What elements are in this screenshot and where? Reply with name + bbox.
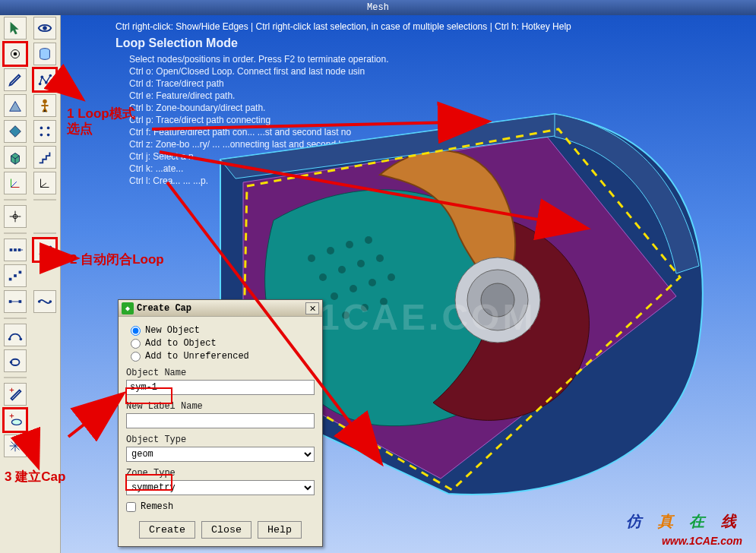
svg-point-16 bbox=[43, 26, 48, 30]
svg-point-39 bbox=[357, 260, 365, 267]
dialog-titlebar[interactable]: ◆ Create Cap ✕ bbox=[119, 300, 322, 317]
tool-block[interactable] bbox=[4, 146, 27, 169]
tool-curve-closed[interactable] bbox=[4, 349, 27, 372]
radio-add-to-unref[interactable]: Add to Unreferenced bbox=[131, 351, 315, 362]
tool-dots[interactable] bbox=[33, 120, 56, 143]
tool-human[interactable] bbox=[33, 94, 56, 117]
brand-char: 真 bbox=[658, 513, 679, 529]
svg-rect-4 bbox=[14, 248, 17, 251]
svg-point-15 bbox=[11, 419, 21, 425]
svg-point-37 bbox=[319, 273, 327, 281]
svg-point-31 bbox=[38, 300, 41, 303]
input-new-label[interactable] bbox=[126, 413, 315, 428]
svg-point-30 bbox=[49, 246, 52, 249]
svg-point-20 bbox=[45, 81, 48, 84]
svg-point-33 bbox=[308, 254, 315, 262]
footer-url: www.1CAE.com bbox=[662, 535, 742, 547]
create-cap-dialog: ◆ Create Cap ✕ New Object Add to Object … bbox=[118, 299, 323, 547]
svg-rect-5 bbox=[17, 248, 21, 251]
create-button[interactable]: Create bbox=[139, 521, 195, 539]
annotation-1: 1 Loop模式 选点 bbox=[67, 106, 135, 137]
svg-point-38 bbox=[338, 266, 346, 273]
svg-point-0 bbox=[13, 52, 17, 56]
checkbox-label: Remesh bbox=[141, 501, 173, 512]
brand-char: 在 bbox=[689, 513, 710, 529]
toolbar-separator bbox=[33, 199, 56, 201]
tool-cylinder[interactable] bbox=[33, 43, 56, 65]
label-newlabel: New Label Name bbox=[126, 401, 315, 412]
tool-axis[interactable] bbox=[4, 172, 27, 194]
dialog-close-button[interactable]: ✕ bbox=[305, 302, 319, 314]
radio-label: Add to Object bbox=[145, 338, 217, 349]
svg-point-22 bbox=[43, 100, 48, 104]
tool-nodes-diag[interactable] bbox=[4, 264, 27, 287]
radio-add-to-object[interactable]: Add to Object bbox=[131, 338, 315, 349]
dialog-buttons: Create Close Help bbox=[126, 521, 315, 539]
tool-pencil[interactable] bbox=[4, 68, 27, 91]
toolbar-separator bbox=[33, 232, 56, 234]
svg-point-23 bbox=[40, 127, 43, 130]
tool-cable[interactable] bbox=[33, 290, 56, 313]
svg-rect-10 bbox=[9, 300, 12, 303]
input-object-name[interactable] bbox=[126, 380, 315, 395]
close-button[interactable]: Close bbox=[201, 521, 251, 539]
svg-point-29 bbox=[46, 251, 49, 254]
svg-point-19 bbox=[41, 76, 44, 79]
svg-point-36 bbox=[365, 236, 372, 244]
help-button[interactable]: Help bbox=[258, 521, 302, 539]
svg-rect-3 bbox=[9, 248, 12, 251]
viewport-hint: Ctrl right-click: Show/Hide Edges | Ctrl… bbox=[115, 21, 571, 32]
brand-char: 仿 bbox=[626, 513, 647, 529]
tool-transform[interactable] bbox=[4, 434, 27, 457]
selection-mode-title: Loop Selection Mode bbox=[115, 36, 238, 50]
svg-point-25 bbox=[40, 134, 43, 137]
radio-input[interactable] bbox=[131, 326, 141, 336]
checkbox-remesh[interactable] bbox=[126, 502, 136, 512]
svg-point-44 bbox=[387, 273, 395, 281]
window-title: Mesh bbox=[367, 2, 389, 13]
tool-arrow[interactable] bbox=[4, 17, 27, 40]
watermark: 1CAE.COM bbox=[319, 296, 536, 338]
tool-stairs[interactable] bbox=[33, 146, 56, 169]
checkbox-remesh-row[interactable]: Remesh bbox=[126, 501, 315, 512]
toolbar-separator bbox=[4, 377, 27, 378]
select-object-type[interactable]: geom bbox=[126, 447, 315, 462]
svg-point-42 bbox=[350, 285, 357, 292]
svg-rect-6 bbox=[9, 278, 12, 281]
tool-axes-local[interactable] bbox=[33, 172, 56, 194]
tool-nodes-row[interactable] bbox=[4, 239, 27, 261]
label-objtype: Object Type bbox=[126, 434, 315, 445]
tool-node-point[interactable] bbox=[4, 43, 27, 65]
tool-create-cap[interactable] bbox=[4, 409, 27, 431]
tool-close-loop[interactable] bbox=[33, 239, 56, 261]
radio-new-object[interactable]: New Object bbox=[131, 325, 315, 336]
svg-point-24 bbox=[47, 127, 50, 130]
tool-triangle[interactable] bbox=[4, 94, 27, 117]
select-zone-type[interactable]: symmetry bbox=[126, 480, 315, 495]
svg-point-13 bbox=[19, 338, 22, 341]
footer-brand: 仿 真 在 线 bbox=[626, 511, 742, 532]
dialog-body: New Object Add to Object Add to Unrefere… bbox=[119, 317, 322, 546]
label-objname: Object Name bbox=[126, 368, 315, 378]
toolbar-separator bbox=[4, 318, 27, 319]
svg-point-21 bbox=[49, 74, 52, 77]
svg-point-27 bbox=[40, 253, 43, 256]
tool-plus-pencil[interactable] bbox=[4, 383, 27, 406]
tool-rhombus[interactable] bbox=[4, 120, 27, 143]
tool-curve-open[interactable] bbox=[4, 324, 27, 346]
tool-nodes-line[interactable] bbox=[4, 290, 27, 313]
svg-point-34 bbox=[327, 247, 334, 254]
svg-point-32 bbox=[49, 300, 52, 303]
tool-cursor[interactable] bbox=[4, 205, 27, 228]
toolbar-separator bbox=[4, 232, 27, 234]
radio-input[interactable] bbox=[131, 339, 141, 349]
svg-point-14 bbox=[9, 361, 12, 364]
svg-point-40 bbox=[376, 254, 384, 262]
tool-eye[interactable] bbox=[33, 17, 56, 40]
tool-loop-select[interactable] bbox=[33, 68, 56, 91]
svg-point-18 bbox=[39, 83, 42, 86]
svg-rect-7 bbox=[14, 274, 17, 277]
radio-input[interactable] bbox=[131, 352, 141, 362]
svg-point-28 bbox=[42, 246, 45, 249]
titlebar: Mesh bbox=[0, 0, 756, 15]
